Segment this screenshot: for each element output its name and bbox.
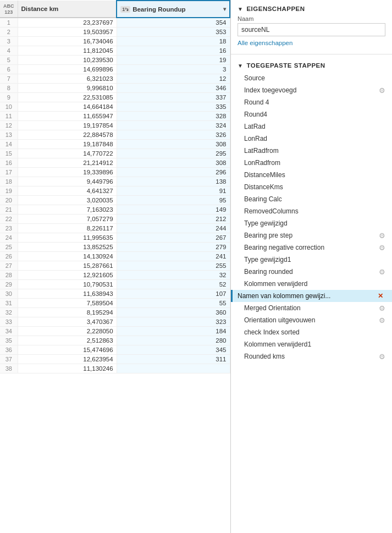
step-item-distancekms[interactable]: DistanceKms bbox=[231, 181, 392, 193]
table-row: 2614,130924241 bbox=[0, 252, 230, 261]
distance-cell: 21,214912 bbox=[18, 158, 117, 168]
step-label-namen-van-kolommen: Namen van kolommen gewijzi... bbox=[238, 292, 330, 300]
step-item-source[interactable]: Source bbox=[231, 72, 392, 84]
bearing-cell: 244 bbox=[117, 224, 230, 233]
step-item-orientation-uitgevouwen[interactable]: Orientation uitgevouwen⚙ bbox=[231, 314, 392, 326]
row-number-cell: 10 bbox=[0, 102, 18, 112]
step-gear-icon[interactable]: ⚙ bbox=[379, 244, 385, 252]
row-number-cell: 35 bbox=[0, 336, 18, 345]
row-number-cell: 33 bbox=[0, 317, 18, 327]
bearing-cell: 323 bbox=[117, 317, 230, 327]
alle-eigenschappen-link[interactable]: Alle eigenschappen bbox=[238, 39, 292, 47]
step-label-bearing-calc: Bearing Calc bbox=[244, 195, 282, 203]
step-label-round-4: Round 4 bbox=[244, 98, 269, 106]
step-item-bearing-negative-correction[interactable]: Bearing negative correction⚙ bbox=[231, 241, 392, 254]
distance-cell: 19,503957 bbox=[18, 28, 117, 37]
distance-cell: 14,130924 bbox=[18, 252, 117, 261]
step-label-latrad: LatRad bbox=[244, 123, 266, 130]
step-item-bearing-pre-step[interactable]: Bearing pre step⚙ bbox=[231, 229, 392, 241]
row-number-cell: 15 bbox=[0, 149, 18, 158]
step-item-merged-orientation[interactable]: Merged Orientation⚙ bbox=[231, 302, 392, 314]
step-item-type-gewijzigd[interactable]: Type gewijzigd bbox=[231, 217, 392, 229]
bearing-cell: 3 bbox=[117, 65, 230, 74]
table-row: 922,531085337 bbox=[0, 93, 230, 102]
row-number-cell: 8 bbox=[0, 84, 18, 93]
step-item-check-index-sorted[interactable]: check Index sorted bbox=[231, 326, 392, 338]
row-number-cell: 18 bbox=[0, 177, 18, 186]
row-number-cell: 22 bbox=[0, 215, 18, 224]
table-row: 194,64132791 bbox=[0, 186, 230, 196]
bearing-cell: 32 bbox=[117, 271, 230, 280]
bearing-cell: 311 bbox=[117, 355, 230, 364]
distance-cell: 8,226117 bbox=[18, 224, 117, 233]
step-x-icon[interactable]: ✕ bbox=[378, 292, 383, 300]
bearing-dropdown-arrow[interactable]: ▾ bbox=[223, 6, 226, 12]
step-item-distancemiles[interactable]: DistanceMiles bbox=[231, 169, 392, 181]
step-item-bearing-rounded[interactable]: Bearing rounded⚙ bbox=[231, 266, 392, 278]
bearing-cell: 328 bbox=[117, 112, 230, 121]
distance-column-header[interactable]: Distance km bbox=[18, 1, 117, 18]
step-gear-icon[interactable]: ⚙ bbox=[379, 316, 385, 325]
row-number-cell: 27 bbox=[0, 261, 18, 271]
bearing-column-header[interactable]: 1²₃ Bearing Roundup ▾ bbox=[117, 1, 230, 18]
step-item-latrad[interactable]: LatRad bbox=[231, 120, 392, 133]
naam-label: Naam bbox=[238, 15, 385, 22]
step-gear-icon[interactable]: ⚙ bbox=[379, 268, 385, 276]
step-item-type-gewijzigd1[interactable]: Type gewijzigd1 bbox=[231, 254, 392, 266]
step-label-round4: Round4 bbox=[244, 111, 267, 118]
table-row: 2715,287661255 bbox=[0, 261, 230, 271]
step-label-type-gewijzigd: Type gewijzigd bbox=[244, 219, 288, 227]
step-gear-icon[interactable]: ⚙ bbox=[379, 86, 385, 95]
step-item-namen-van-kolommen[interactable]: Namen van kolommen gewijzi...✕ bbox=[231, 290, 392, 302]
table-row: 89,996810346 bbox=[0, 84, 230, 93]
bearing-cell: 280 bbox=[117, 336, 230, 345]
table-row: 342,228050184 bbox=[0, 327, 230, 336]
step-item-latradfrom[interactable]: LatRadfrom bbox=[231, 145, 392, 157]
data-table: ABC123 Distance km 1²₃ Bearing Roundup ▾ bbox=[0, 0, 230, 373]
bearing-type-badge: 1²₃ bbox=[120, 6, 130, 13]
step-item-bearing-calc[interactable]: Bearing Calc bbox=[231, 193, 392, 205]
distance-cell: 3,470367 bbox=[18, 317, 117, 327]
table-body: 123,237697354219,503957353316,7340461841… bbox=[0, 18, 230, 373]
table-row: 1322,884578326 bbox=[0, 130, 230, 140]
step-item-rounded-kms[interactable]: Rounded kms⚙ bbox=[231, 350, 392, 362]
step-item-removed-columns[interactable]: RemovedColumns bbox=[231, 205, 392, 217]
step-gear-icon[interactable]: ⚙ bbox=[379, 353, 385, 361]
distance-cell: 13,852525 bbox=[18, 243, 117, 252]
step-item-kolommen-verwijderd[interactable]: Kolommen verwijderd bbox=[231, 278, 392, 290]
step-item-lonradfrom[interactable]: LonRadfrom bbox=[231, 157, 392, 169]
bearing-cell: 241 bbox=[117, 252, 230, 261]
row-number-cell: 2 bbox=[0, 28, 18, 37]
step-item-kolommen-verwijderd1[interactable]: Kolommen verwijderd1 bbox=[231, 338, 392, 350]
distance-cell: 23,237697 bbox=[18, 18, 117, 28]
distance-cell: 6,321023 bbox=[18, 74, 117, 84]
bearing-cell: 296 bbox=[117, 168, 230, 177]
table-row: 2910,79053152 bbox=[0, 280, 230, 289]
step-gear-icon[interactable]: ⚙ bbox=[379, 304, 385, 312]
table-row: 2812,92160532 bbox=[0, 271, 230, 280]
step-gear-icon[interactable]: ⚙ bbox=[379, 232, 385, 240]
bearing-cell: 255 bbox=[117, 261, 230, 271]
distance-cell: 10,790531 bbox=[18, 280, 117, 289]
distance-cell: 15,287661 bbox=[18, 261, 117, 271]
row-number-cell: 38 bbox=[0, 364, 18, 373]
step-item-lonrad[interactable]: LonRad bbox=[231, 133, 392, 145]
stappen-header: ▼ TOEGEPASTE STAPPEN bbox=[231, 57, 392, 72]
step-item-round-4[interactable]: Round 4 bbox=[231, 96, 392, 108]
row-number-cell: 6 bbox=[0, 65, 18, 74]
row-number-cell: 5 bbox=[0, 56, 18, 65]
naam-input[interactable] bbox=[238, 23, 385, 36]
step-label-index-toegevoegd: Index toegevoegd bbox=[244, 86, 296, 94]
eigenschappen-title: EIGENSCHAPPEN bbox=[246, 6, 305, 12]
row-number-cell: 11 bbox=[0, 112, 18, 121]
row-number-cell: 9 bbox=[0, 93, 18, 102]
row-number-cell: 17 bbox=[0, 168, 18, 177]
step-item-index-toegevoegd[interactable]: Index toegevoegd⚙ bbox=[231, 84, 392, 96]
bearing-cell: 326 bbox=[117, 130, 230, 140]
step-item-round4[interactable]: Round4 bbox=[231, 108, 392, 120]
row-number-cell: 30 bbox=[0, 289, 18, 299]
row-number-cell: 16 bbox=[0, 158, 18, 168]
distance-cell: 14,770722 bbox=[18, 149, 117, 158]
step-label-rounded-kms: Rounded kms bbox=[244, 353, 285, 360]
step-label-lonrad: LonRad bbox=[244, 135, 267, 142]
